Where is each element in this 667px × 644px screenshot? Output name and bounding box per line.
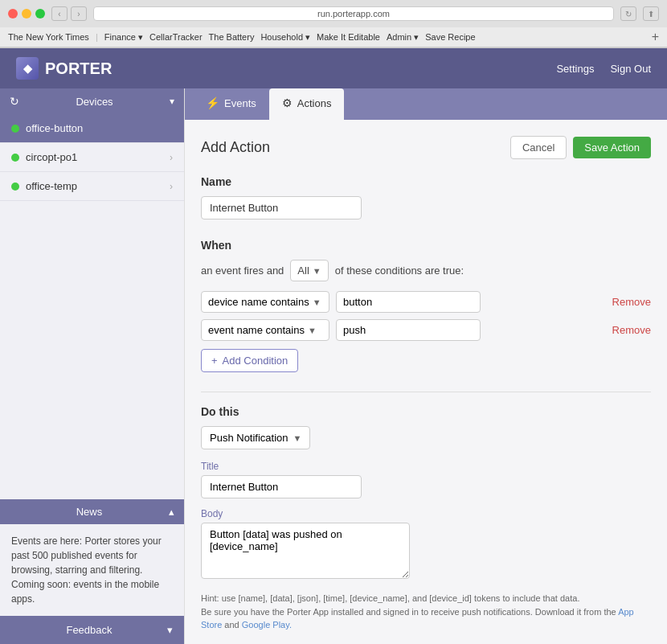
page-title: Add Action — [201, 139, 510, 156]
sidebar-devices-title: Devices — [26, 96, 163, 108]
sidebar-feedback[interactable]: Feedback ▾ — [0, 616, 184, 644]
sidebar-item-circopt[interactable]: circopt-po1 › — [0, 143, 184, 172]
select-arrow-icon: ▼ — [293, 433, 302, 443]
app-body: ↻ Devices ▾ office-button circopt-po1 › … — [0, 88, 667, 644]
main-panel: ⚡ Events ⚙ Actions Add Action Cancel Sav… — [185, 88, 667, 644]
bookmark-admin[interactable]: Admin ▾ — [387, 32, 419, 43]
condition-filter-select-1[interactable]: device name contains ▼ — [201, 291, 329, 313]
refresh-icon[interactable]: ↻ — [10, 95, 19, 108]
tab-actions[interactable]: ⚙ Actions — [269, 88, 345, 120]
conditions-list: device name contains ▼ Remove event name… — [201, 291, 651, 341]
tab-events[interactable]: ⚡ Events — [193, 88, 269, 120]
sidebar-item-label: office-temp — [26, 180, 77, 192]
name-input[interactable] — [201, 196, 362, 219]
bookmark-save[interactable]: Save Recipe — [425, 32, 475, 42]
traffic-lights — [8, 9, 45, 18]
sidebar: ↻ Devices ▾ office-button circopt-po1 › … — [0, 88, 185, 644]
title-field-group: Title — [201, 461, 651, 498]
condition-row: device name contains ▼ Remove — [201, 291, 651, 313]
when-suffix: of these conditions are true: — [335, 265, 464, 277]
condition-filter-label-1: device name contains — [208, 296, 309, 308]
url-text: run.porterapp.com — [317, 9, 390, 18]
minimize-button[interactable] — [22, 9, 31, 18]
news-text: Events are here: Porter stores your past… — [11, 535, 162, 605]
select-arrow-icon: ▼ — [313, 297, 321, 307]
when-section: When an event fires and All ▼ of these c… — [201, 239, 651, 372]
chevron-right-icon: › — [170, 181, 173, 192]
all-conditions-select[interactable]: All ▼ — [290, 260, 328, 281]
action-type-value: Push Notification — [210, 432, 288, 444]
condition-filter-select-2[interactable]: event name contains ▼ — [201, 319, 329, 341]
logo-icon: ◆ — [16, 57, 39, 80]
status-dot — [11, 125, 19, 133]
forward-button[interactable]: › — [71, 6, 87, 21]
condition-value-2[interactable] — [336, 319, 481, 341]
bookmark-nyt[interactable]: The New York Times — [8, 32, 89, 42]
when-section-label: When — [201, 239, 651, 252]
chevron-right-icon: › — [170, 152, 173, 163]
google-play-link[interactable]: Google Play. — [242, 620, 292, 630]
share-button[interactable]: ⬆ — [643, 6, 659, 21]
tabs-bar: ⚡ Events ⚙ Actions — [185, 88, 667, 120]
bookmark-editable[interactable]: Make It Editable — [317, 32, 380, 42]
maximize-button[interactable] — [35, 9, 45, 18]
body-field-group: Body — [201, 508, 651, 582]
feedback-chevron-icon: ▾ — [167, 624, 173, 636]
bookmark-finance[interactable]: Finance ▾ — [104, 32, 143, 43]
news-header[interactable]: News ▴ — [0, 499, 184, 524]
bookmark-cellar[interactable]: CellarTracker — [149, 32, 203, 42]
sidebar-news: News ▴ Events are here: Porter stores yo… — [0, 499, 184, 616]
close-button[interactable] — [8, 9, 18, 18]
select-arrow-icon: ▼ — [308, 326, 317, 335]
sidebar-item-office-button[interactable]: office-button — [0, 114, 184, 143]
bookmark-battery[interactable]: The Battery — [209, 32, 255, 42]
action-type-select[interactable]: Push Notification ▼ — [201, 426, 310, 449]
status-dot — [11, 154, 19, 162]
app-header: ◆ PORTER Settings Sign Out — [0, 48, 667, 88]
do-this-label: Do this — [201, 405, 651, 418]
news-title: News — [10, 506, 169, 518]
hint-line-2: Be sure you have the Porter App installe… — [201, 607, 616, 617]
reload-button[interactable]: ↻ — [620, 6, 636, 21]
sidebar-item-label: office-button — [26, 122, 83, 134]
app-logo: ◆ PORTER — [16, 57, 556, 80]
app-wrapper: ◆ PORTER Settings Sign Out ↻ Devices ▾ o… — [0, 48, 667, 644]
add-action-header: Add Action Cancel Save Action — [201, 136, 651, 159]
content-area: Add Action Cancel Save Action Name When … — [185, 120, 667, 644]
remove-condition-2[interactable]: Remove — [612, 324, 651, 336]
settings-link[interactable]: Settings — [556, 63, 594, 75]
add-condition-button[interactable]: + Add Condition — [201, 349, 298, 372]
hint-and: and — [224, 620, 239, 630]
signout-link[interactable]: Sign Out — [610, 63, 651, 75]
body-field-textarea[interactable] — [201, 523, 410, 579]
cancel-button[interactable]: Cancel — [510, 136, 567, 159]
sidebar-collapse-icon[interactable]: ▾ — [170, 96, 174, 107]
bookmark-household[interactable]: Household ▾ — [260, 32, 310, 43]
browser-chrome: ‹ › run.porterapp.com ↻ ⬆ The New York T… — [0, 0, 667, 48]
title-field-input[interactable] — [201, 475, 362, 498]
sidebar-item-office-temp[interactable]: office-temp › — [0, 172, 184, 201]
address-bar[interactable]: run.porterapp.com — [93, 6, 614, 21]
status-dot — [11, 183, 19, 191]
plus-icon: + — [211, 355, 218, 367]
add-condition-label: Add Condition — [223, 355, 288, 367]
tab-actions-label: Actions — [297, 97, 332, 109]
remove-condition-1[interactable]: Remove — [612, 296, 651, 308]
condition-value-1[interactable] — [336, 291, 481, 313]
app-name: PORTER — [45, 59, 112, 78]
hint-text: Hint: use [name], [data], [json], [time]… — [201, 592, 651, 632]
actions-icon: ⚙ — [282, 96, 293, 109]
news-body: Events are here: Porter stores your past… — [0, 524, 184, 616]
news-collapse-icon[interactable]: ▴ — [169, 506, 174, 518]
do-this-section: Do this Push Notification ▼ Title Body — [201, 405, 651, 632]
events-icon: ⚡ — [206, 96, 219, 109]
condition-row: event name contains ▼ Remove — [201, 319, 651, 341]
bookmarks-bar: The New York Times | Finance ▾ CellarTra… — [0, 27, 667, 47]
save-action-button[interactable]: Save Action — [573, 137, 651, 158]
hint-line-1: Hint: use [name], [data], [json], [time]… — [201, 593, 579, 603]
all-select-value: All — [297, 265, 309, 277]
sidebar-header: ↻ Devices ▾ — [0, 88, 184, 114]
tab-events-label: Events — [224, 97, 256, 109]
add-bookmark-button[interactable]: + — [652, 30, 659, 44]
back-button[interactable]: ‹ — [51, 6, 68, 21]
